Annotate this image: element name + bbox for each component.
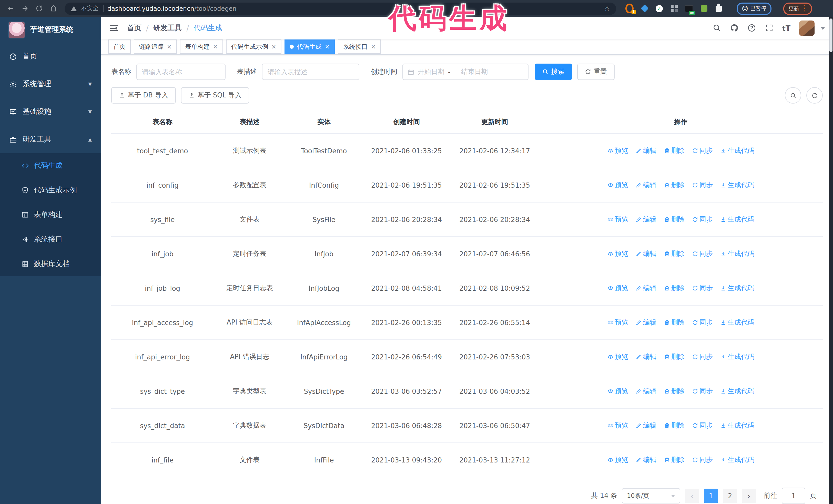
scrollbar-track[interactable] xyxy=(829,17,833,504)
table-desc-input[interactable] xyxy=(262,64,359,80)
preview-action-link[interactable]: 预览 xyxy=(607,421,628,430)
sidebar-item-codegen-example[interactable]: 代码生成示例 xyxy=(0,178,101,202)
sync-action-link[interactable]: 同步 xyxy=(692,421,713,430)
toggle-search-button[interactable] xyxy=(785,87,801,103)
prev-page-button[interactable]: ‹ xyxy=(685,488,699,503)
preview-action-link[interactable]: 预览 xyxy=(607,284,628,293)
tab-form-builder[interactable]: 表单构建× xyxy=(180,40,223,54)
generate-action-link[interactable]: 生成代码 xyxy=(720,387,754,396)
preview-action-link[interactable]: 预览 xyxy=(607,318,628,327)
sidebar-item-infra[interactable]: 基础设施 ▼ xyxy=(0,98,101,126)
preview-action-link[interactable]: 预览 xyxy=(607,249,628,258)
preview-action-link[interactable]: 预览 xyxy=(607,352,628,361)
preview-action-link[interactable]: 预览 xyxy=(607,215,628,224)
sidebar-item-system[interactable]: 系统管理 ▼ xyxy=(0,70,101,98)
sync-action-link[interactable]: 同步 xyxy=(692,181,713,190)
sidebar-item-system-api[interactable]: 系统接口 xyxy=(0,227,101,252)
delete-action-link[interactable]: 删除 xyxy=(664,249,685,258)
home-icon[interactable] xyxy=(47,2,60,15)
date-range-picker[interactable]: 开始日期 - 结束日期 xyxy=(402,64,528,80)
github-icon[interactable] xyxy=(730,24,739,32)
back-icon[interactable] xyxy=(4,2,17,15)
kebab-menu-icon[interactable]: ⋮⋮ xyxy=(802,5,807,11)
edit-action-link[interactable]: 编辑 xyxy=(635,215,657,224)
extension-check-icon[interactable]: ✓ xyxy=(655,4,663,13)
preview-action-link[interactable]: 预览 xyxy=(607,181,628,190)
extension-dark-icon[interactable]: on xyxy=(685,4,693,13)
close-icon[interactable]: × xyxy=(167,44,172,50)
edit-action-link[interactable]: 编辑 xyxy=(635,249,657,258)
tab-tracing[interactable]: 链路追踪× xyxy=(134,40,177,54)
edit-action-link[interactable]: 编辑 xyxy=(635,284,657,293)
fullscreen-icon[interactable] xyxy=(765,24,774,32)
generate-action-link[interactable]: 生成代码 xyxy=(720,249,754,258)
delete-action-link[interactable]: 删除 xyxy=(664,318,685,327)
tab-home[interactable]: 首页 xyxy=(108,40,131,54)
close-icon[interactable]: × xyxy=(213,44,218,50)
generate-action-link[interactable]: 生成代码 xyxy=(720,318,754,327)
preview-action-link[interactable]: 预览 xyxy=(607,146,628,155)
url-text[interactable]: dashboard.yudao.iocoder.cn/tool/codegen xyxy=(108,5,237,12)
db-import-button[interactable]: 基于 DB 导入 xyxy=(111,87,176,103)
sidebar-item-home[interactable]: 首页 xyxy=(0,43,101,70)
edit-action-link[interactable]: 编辑 xyxy=(635,421,657,430)
security-warning-icon[interactable] xyxy=(71,6,77,11)
edit-action-link[interactable]: 编辑 xyxy=(635,318,657,327)
extension-puzzle-icon[interactable] xyxy=(715,4,723,13)
sql-import-button[interactable]: 基于 SQL 导入 xyxy=(181,87,249,103)
avatar-caret-icon[interactable] xyxy=(820,26,825,29)
app-logo[interactable]: 芋道管理系统 xyxy=(0,17,101,43)
sync-action-link[interactable]: 同步 xyxy=(692,387,713,396)
extension-grid-icon[interactable] xyxy=(670,4,678,13)
paused-extension-chip[interactable]: 😲 已暂停 xyxy=(737,2,771,15)
edit-action-link[interactable]: 编辑 xyxy=(635,387,657,396)
sidebar-item-devtools[interactable]: 研发工具 ▲ xyxy=(0,126,101,153)
help-icon[interactable] xyxy=(747,24,756,32)
next-page-button[interactable]: › xyxy=(742,488,756,503)
goto-page-input[interactable] xyxy=(782,487,805,504)
user-avatar[interactable] xyxy=(799,20,814,35)
sync-action-link[interactable]: 同步 xyxy=(692,284,713,293)
edit-action-link[interactable]: 编辑 xyxy=(635,181,657,190)
preview-action-link[interactable]: 预览 xyxy=(607,455,628,464)
delete-action-link[interactable]: 删除 xyxy=(664,455,685,464)
delete-action-link[interactable]: 删除 xyxy=(664,215,685,224)
security-label[interactable]: 不安全 xyxy=(81,5,99,12)
search-icon[interactable] xyxy=(713,24,721,32)
breadcrumb-home[interactable]: 首页 xyxy=(127,23,142,32)
extension-robot-icon[interactable] xyxy=(700,4,708,13)
delete-action-link[interactable]: 删除 xyxy=(664,387,685,396)
edit-action-link[interactable]: 编辑 xyxy=(635,455,657,464)
generate-action-link[interactable]: 生成代码 xyxy=(720,215,754,224)
delete-action-link[interactable]: 删除 xyxy=(664,284,685,293)
delete-action-link[interactable]: 删除 xyxy=(664,181,685,190)
sync-action-link[interactable]: 同步 xyxy=(692,352,713,361)
refresh-table-button[interactable] xyxy=(806,87,823,103)
delete-action-link[interactable]: 删除 xyxy=(664,146,685,155)
reload-icon[interactable] xyxy=(33,2,45,15)
generate-action-link[interactable]: 生成代码 xyxy=(720,455,754,464)
preview-action-link[interactable]: 预览 xyxy=(607,387,628,396)
table-name-input[interactable] xyxy=(136,64,225,80)
sync-action-link[interactable]: 同步 xyxy=(692,249,713,258)
search-button[interactable]: 搜索 xyxy=(535,64,572,80)
reset-button[interactable]: 重置 xyxy=(577,64,615,80)
forward-icon[interactable] xyxy=(19,2,31,15)
bookmark-star-icon[interactable]: ☆ xyxy=(604,5,610,12)
generate-action-link[interactable]: 生成代码 xyxy=(720,421,754,430)
extension-gem-icon[interactable] xyxy=(640,4,648,13)
close-icon[interactable]: × xyxy=(325,44,330,50)
sidebar-item-form-builder[interactable]: 表单构建 xyxy=(0,202,101,227)
breadcrumb-devtools[interactable]: 研发工具 xyxy=(153,23,182,32)
generate-action-link[interactable]: 生成代码 xyxy=(720,352,754,361)
generate-action-link[interactable]: 生成代码 xyxy=(720,181,754,190)
tab-system-api[interactable]: 系统接口× xyxy=(338,40,381,54)
edit-action-link[interactable]: 编辑 xyxy=(635,352,657,361)
sidebar-item-codegen[interactable]: 代码生成 xyxy=(0,153,101,178)
page-button-2[interactable]: 2 xyxy=(723,488,737,503)
extension-orange-icon[interactable]: 1 xyxy=(625,4,634,13)
generate-action-link[interactable]: 生成代码 xyxy=(720,284,754,293)
sync-action-link[interactable]: 同步 xyxy=(692,215,713,224)
page-button-1[interactable]: 1 xyxy=(704,488,718,503)
sync-action-link[interactable]: 同步 xyxy=(692,455,713,464)
